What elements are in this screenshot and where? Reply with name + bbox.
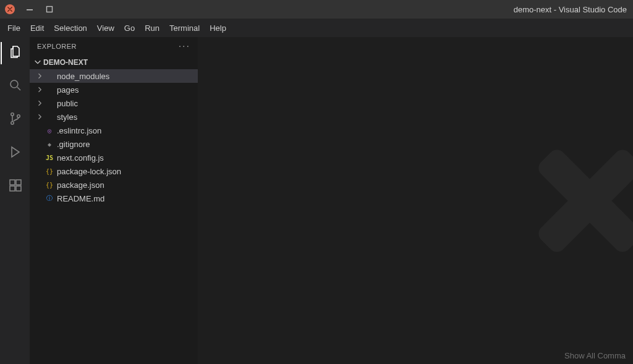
json-icon: {} [45,166,54,176]
tree-item-label: styles [57,112,77,122]
file-row[interactable]: {}package-lock.json [30,164,198,178]
svg-point-5 [17,115,20,117]
command-hint[interactable]: Show All Comma [564,351,626,360]
play-bug-icon [8,145,23,162]
editor-area: Show All Comma [198,37,633,364]
tree-item-label: README.md [57,194,104,203]
menu-view[interactable]: View [92,21,119,35]
file-row[interactable]: ◎.eslintrc.json [30,124,198,137]
tree-item-label: .gitignore [57,140,90,149]
chevron-right-icon [35,85,45,95]
explorer-sidebar: EXPLORER ··· DEMO-NEXT node_modulespages… [30,37,198,364]
folder-icon [45,112,54,122]
sidebar-title: EXPLORER [37,43,77,50]
activity-extensions[interactable] [1,174,30,199]
menu-file[interactable]: File [2,21,25,35]
folder-icon [45,98,54,108]
search-icon [8,78,23,95]
chevron-right-icon [35,71,45,81]
menu-edit[interactable]: Edit [25,21,49,35]
svg-rect-0 [27,9,33,11]
menu-selection[interactable]: Selection [49,21,91,35]
svg-point-4 [11,122,14,124]
file-tree: node_modulespagespublicstyles◎.eslintrc.… [30,69,198,364]
chevron-right-icon [35,153,45,163]
window-close-button[interactable] [5,4,15,14]
folder-icon [45,85,54,95]
svg-point-2 [11,80,18,88]
tree-item-label: next.config.js [57,153,104,163]
svg-rect-6 [10,180,15,185]
chevron-right-icon [35,139,45,149]
chevron-right-icon [35,98,45,108]
file-row[interactable]: JSnext.config.js [30,151,198,164]
project-name: DEMO-NEXT [43,58,88,67]
folder-row[interactable]: node_modules [30,69,198,83]
tree-item-label: package.json [57,180,104,190]
branch-icon [8,111,23,129]
window-title: demo-next - Visual Studio Code [514,0,627,19]
extensions-icon [8,178,23,195]
folder-row[interactable]: styles [30,110,198,124]
activity-run-debug[interactable] [1,141,30,166]
chevron-right-icon [35,193,45,203]
eslint-icon: ◎ [45,125,54,135]
tree-item-label: .eslintrc.json [57,126,101,135]
watermark-x-icon [528,139,633,263]
tree-item-label: package-lock.json [57,167,121,176]
chevron-right-icon [35,180,45,190]
chevron-right-icon [35,112,45,122]
folder-row[interactable]: pages [30,83,198,96]
git-icon: ◆ [45,139,54,149]
file-row[interactable]: ◆.gitignore [30,137,198,151]
tree-item-label: node_modules [57,72,109,81]
activity-source-control[interactable] [1,108,30,132]
json-icon: {} [45,180,54,190]
file-row[interactable]: {}package.json [30,178,198,192]
menu-go[interactable]: Go [119,21,140,35]
chevron-right-icon [35,125,45,135]
svg-rect-9 [16,186,21,191]
menu-help[interactable]: Help [205,21,231,35]
sidebar-more-button[interactable]: ··· [179,41,190,52]
menu-terminal[interactable]: Terminal [164,21,205,35]
activity-explorer[interactable] [1,41,30,66]
tree-item-label: public [57,99,78,108]
folder-row[interactable]: public [30,96,198,110]
titlebar: demo-next - Visual Studio Code [0,0,633,19]
file-row[interactable]: ⓘREADME.md [30,192,198,205]
svg-rect-1 [47,7,53,12]
svg-rect-7 [16,180,21,185]
chevron-down-icon [33,57,43,68]
js-icon: JS [45,153,54,163]
tree-item-label: pages [57,85,79,95]
chevron-right-icon [35,166,45,176]
window-minimize-button[interactable] [25,4,35,14]
menu-bar: FileEditSelectionViewGoRunTerminalHelp [0,19,633,37]
project-header[interactable]: DEMO-NEXT [30,56,198,69]
activity-bar [0,37,30,364]
window-maximize-button[interactable] [45,4,54,14]
svg-point-3 [11,113,14,116]
activity-search[interactable] [1,74,30,99]
menu-run[interactable]: Run [140,21,164,35]
files-icon [8,44,23,62]
folder-icon [45,71,54,81]
svg-rect-8 [10,186,15,191]
info-icon: ⓘ [45,193,54,203]
